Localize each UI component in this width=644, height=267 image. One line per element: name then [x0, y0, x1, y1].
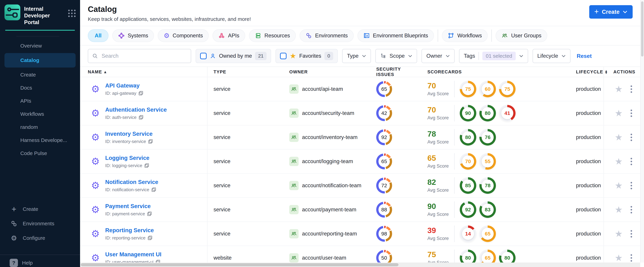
more-actions-button[interactable] [630, 157, 633, 166]
tab-environment-blueprints[interactable]: Environment Blueprints [358, 29, 434, 42]
type-dropdown[interactable]: Type [342, 49, 371, 63]
scorecard-ring[interactable]: 41 [499, 105, 516, 122]
entity-name-link[interactable]: User Management UI [105, 251, 161, 258]
copy-icon[interactable] [148, 236, 152, 240]
kind-tabs: All Systems ⚙ Components APIs [80, 26, 644, 46]
tab-all[interactable]: All [88, 29, 108, 42]
favorite-star-button[interactable]: ★ [615, 229, 623, 238]
scorecard-ring[interactable]: 14 [460, 226, 476, 242]
more-actions-button[interactable] [630, 84, 633, 94]
tab-resources[interactable]: Resources [249, 29, 296, 42]
more-actions-button[interactable] [630, 181, 633, 190]
sidebar-item-catalog[interactable]: Catalog [4, 53, 76, 68]
scorecard-ring[interactable]: 76 [480, 129, 496, 146]
sidebar-item-harness-developer[interactable]: Harness Develope... [0, 134, 80, 147]
scorecard-ring[interactable]: 80 [480, 105, 496, 122]
copy-icon[interactable] [139, 115, 143, 119]
scorecard-ring[interactable]: 80 [460, 129, 476, 146]
vertical-scrollbar-thumb[interactable] [641, 2, 644, 56]
vertical-scrollbar[interactable] [640, 0, 644, 262]
tab-apis[interactable]: APIs [212, 29, 245, 42]
favorite-star-button[interactable]: ★ [615, 181, 623, 190]
sidebar-bottom-configure[interactable]: ⚙ Configure [0, 231, 80, 245]
team-icon [289, 133, 298, 142]
tab-components[interactable]: ⚙ Components [158, 29, 209, 42]
copy-icon[interactable] [145, 164, 149, 168]
horizontal-scrollbar-thumb[interactable] [81, 263, 398, 266]
scorecard-ring[interactable]: 85 [460, 177, 476, 194]
name-cell: ⚙Reporting ServiceID: reporting-service [80, 222, 208, 246]
tags-dropdown[interactable]: Tags 01 selected [459, 49, 528, 63]
scorecards-divider [454, 177, 454, 194]
favorite-star-button[interactable]: ★ [615, 133, 623, 142]
sidebar-bottom-create[interactable]: + Create [0, 202, 80, 216]
copy-icon[interactable] [139, 91, 143, 95]
owned-by-me-checkbox[interactable] [200, 53, 207, 59]
favorites-filter[interactable]: ★ Favorites 0 [276, 49, 338, 63]
owner-dropdown[interactable]: Owner [422, 49, 454, 63]
owner-name: account/reporting-team [302, 231, 357, 237]
more-actions-button[interactable] [630, 133, 633, 142]
tab-workflows[interactable]: Workflows [442, 29, 488, 42]
copy-icon[interactable] [152, 188, 156, 192]
entity-name-link[interactable]: API Gateway [105, 82, 143, 89]
favorite-star-button[interactable]: ★ [615, 157, 623, 166]
scorecard-ring[interactable]: 75 [499, 81, 516, 97]
scorecard-ring[interactable]: 92 [460, 201, 476, 218]
sidebar-item-create[interactable]: Create [0, 68, 80, 81]
tab-user-groups-label: User Groups [511, 32, 541, 39]
sidebar-item-docs[interactable]: Docs [0, 81, 80, 94]
column-header-name[interactable]: NAME ▲ [80, 67, 208, 77]
lifecycle-value: production [576, 86, 601, 92]
avg-score: 82Avg Score [428, 178, 453, 193]
sidebar-item-code-pulse[interactable]: Code Pulse [0, 147, 80, 160]
favorite-star-button[interactable]: ★ [615, 109, 623, 118]
entity-name-link[interactable]: Payment Service [105, 203, 152, 210]
more-actions-button[interactable] [630, 205, 633, 214]
horizontal-scrollbar[interactable] [80, 262, 640, 267]
scorecard-ring[interactable]: 83 [480, 201, 496, 218]
sidebar-item-workflows[interactable]: Workflows [0, 108, 80, 120]
owner-cell: account/logging-team [284, 157, 370, 166]
chevron-down-icon [519, 55, 523, 57]
more-actions-button[interactable] [630, 253, 633, 263]
sidebar-help[interactable]: ? Help [0, 255, 80, 267]
sidebar-bottom-environments[interactable]: Environments [0, 216, 80, 231]
lifecycle-dropdown[interactable]: Lifecycle [532, 49, 571, 63]
entity-name-link[interactable]: Authentication Service [105, 106, 167, 113]
tab-systems[interactable]: Systems [112, 29, 154, 42]
tab-workflows-label: Workflows [457, 32, 482, 39]
scorecard-ring[interactable]: 70 [460, 153, 476, 170]
sidebar-item-random[interactable]: random [0, 120, 80, 134]
sidebar-item-overview[interactable]: Overview [0, 39, 80, 52]
search-input[interactable] [101, 53, 187, 59]
copy-icon[interactable] [148, 212, 152, 216]
column-header-lifecycle[interactable]: LIFECYCLE ▲▼ [564, 67, 604, 77]
copy-icon[interactable] [148, 139, 152, 144]
scorecard-ring[interactable]: 60 [480, 81, 496, 97]
scorecard-ring[interactable]: 75 [460, 81, 476, 97]
entity-name-link[interactable]: Inventory Service [105, 130, 152, 137]
favorite-star-button[interactable]: ★ [615, 205, 623, 214]
entity-name-link[interactable]: Reporting Service [105, 227, 154, 234]
scorecard-ring[interactable]: 65 [480, 226, 496, 242]
create-button[interactable]: + Create [589, 5, 633, 18]
favorite-star-button[interactable]: ★ [615, 84, 623, 94]
app-grid-icon[interactable] [68, 10, 76, 17]
favorites-checkbox[interactable] [280, 53, 286, 59]
tab-environments[interactable]: Environments [300, 29, 354, 42]
scorecard-ring[interactable]: 78 [480, 177, 496, 194]
reset-filters-link[interactable]: Reset [577, 53, 592, 59]
scope-dropdown[interactable]: Scope [376, 49, 417, 63]
entity-name-link[interactable]: Logging Service [105, 155, 150, 161]
more-actions-button[interactable] [630, 108, 633, 118]
tab-user-groups[interactable]: User Groups [496, 29, 547, 42]
entity-name-link[interactable]: Notification Service [105, 179, 158, 185]
scorecard-ring[interactable]: 90 [460, 105, 476, 122]
scorecard-value: 60 [482, 83, 494, 95]
scorecard-ring[interactable]: 55 [480, 153, 496, 170]
favorite-star-button[interactable]: ★ [615, 254, 623, 262]
owned-by-me-filter[interactable]: Owned by me 21 [196, 49, 271, 63]
more-actions-button[interactable] [630, 229, 633, 238]
sidebar-item-apis[interactable]: APIs [0, 94, 80, 108]
